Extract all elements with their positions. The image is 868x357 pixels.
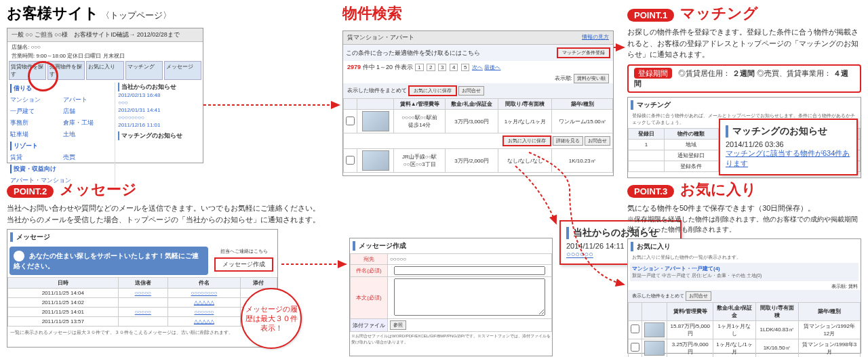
history-circle-callout: メッセージの履歴は最大３０件表示！ — [241, 288, 302, 349]
point-badge: POINT.2 — [7, 185, 54, 198]
th: 敷金/礼金/保証金 — [446, 99, 498, 110]
th: 物件の種類 — [664, 128, 718, 139]
nav-item[interactable]: 売買物件を探す — [47, 61, 85, 80]
cell: 3万円/3,000円 — [446, 110, 498, 133]
cell: ○○○○駅○○駅前徒歩14分 — [394, 110, 446, 133]
cat-link[interactable]: 駐車場 — [9, 129, 62, 140]
th: 日時 — [8, 278, 119, 289]
th: 賃料/管理費等 — [667, 302, 713, 320]
inquiry-all-btn[interactable]: お問合せ — [458, 86, 484, 96]
message-table: 日時 送信者 件名 添付 2011/11/25 14:04○○○○○○○○○○○… — [7, 277, 277, 327]
sort[interactable]: 表示順: 賃料 — [831, 284, 858, 289]
period-val: ２週間 — [732, 69, 755, 77]
cat-link[interactable]: 事務所 — [9, 117, 62, 129]
period-label: 登録期間 — [634, 68, 672, 79]
page-btn[interactable]: 2 — [427, 64, 435, 71]
point-title: メッセージ — [60, 181, 137, 198]
period-text: ◎売買、賃貸事業用： — [757, 69, 831, 77]
fav-btn[interactable]: お気に入りに保存 — [502, 135, 551, 146]
bulk-text: 表示した物件をまとめて — [632, 293, 684, 298]
row-checkbox[interactable] — [346, 156, 355, 165]
row-checkbox[interactable] — [346, 117, 355, 125]
matching-register-btn[interactable]: マッチング条件登録 — [557, 47, 610, 58]
table-row[interactable]: 3.25万円/9,000円1ヶ月/なし/1ヶ月1K/16.50㎡賃マンション/1… — [629, 339, 861, 357]
nav-item[interactable]: メッセージ — [164, 61, 201, 80]
sort-select[interactable]: 賃料が安い順 — [574, 74, 609, 83]
page-btn[interactable]: 4 — [450, 64, 458, 71]
table-row[interactable]: 2011/11/25 14:01○○○○○○○○○○○ — [8, 308, 277, 317]
pager: 1 2 3 4 5 — [414, 64, 472, 70]
point-header: POINT.3 お気に入り — [627, 180, 861, 200]
cell: なし/なし/なし — [498, 149, 552, 173]
row-checkbox[interactable] — [631, 324, 639, 333]
th: 添付 — [240, 278, 277, 289]
next-link[interactable]: 次へ — [472, 64, 483, 70]
point-title: お気に入り — [680, 181, 757, 198]
inquiry-btn[interactable]: お問合せ — [686, 291, 711, 301]
compose-btn[interactable]: メッセージ作成 — [214, 257, 273, 272]
detail-btn[interactable]: 詳細を見る — [553, 136, 583, 146]
last-link[interactable]: 最後へ — [484, 64, 500, 70]
point-desc: お探しの物件条件を登録できます。登録した条件に合う物件が掲載されると、お客様の登… — [627, 26, 861, 60]
cat-link[interactable]: アパート — [62, 94, 115, 106]
cat-link[interactable]: 一戸建て — [9, 106, 62, 117]
callout-link[interactable]: マッチングに該当する物件が634件あります — [726, 148, 851, 169]
panel-header: 一般 ○○ ご担当 ○○様 お客様サイトID確認→ 2012/02/28まで — [7, 28, 203, 42]
title-row: お客様サイト 〈トップページ〉 — [7, 3, 203, 24]
cat-link[interactable]: 売買 — [62, 152, 115, 163]
compose-form: 宛先○○○○○ 件名(必須) 本文(必須) 添付ファイル参照 — [350, 253, 552, 332]
news-text[interactable]: ○○○○○○○○ — [118, 114, 201, 121]
th: 送信者 — [118, 278, 167, 289]
panel-header: 賃マンション・アパート 情報の見方 — [343, 31, 613, 45]
point-badge: POINT.3 — [627, 185, 674, 198]
file-btn[interactable]: 参照 — [390, 320, 406, 330]
th: 間取り/専有面積 — [498, 99, 552, 110]
result-count: 2979 件中 1～20 件表示 1 2 3 4 5 次へ 最後へ — [347, 63, 500, 72]
nav-item[interactable]: 賃貸物件を探す — [9, 61, 46, 80]
thumb — [644, 322, 665, 337]
cell: 地域 — [664, 139, 718, 150]
msg-banner: あなたの住まい探しをサポートいたします！気軽にご連絡ください。 — [9, 247, 208, 275]
property-row[interactable]: JR山手線○○駅○○区○○3丁目 3万円/2,000円 なし/なし/なし 1K/… — [344, 149, 613, 173]
property-thumb — [362, 150, 389, 171]
table-row[interactable]: 2011/11/25 14:04○○○○○○○○○○○○○ — [8, 289, 277, 298]
page-btn[interactable]: 3 — [438, 64, 446, 71]
fav-all-btn[interactable]: お気に入りに保存 — [408, 85, 457, 96]
compose-label: 担当へご連絡はこちら — [212, 248, 276, 255]
match-text: この条件に合った最適物件を受け取るにはこちら — [346, 49, 480, 58]
subject-input[interactable] — [394, 266, 545, 275]
page-btn[interactable]: 5 — [461, 64, 469, 71]
inquiry-btn[interactable]: お問合せ — [585, 136, 610, 146]
point-desc: 気になる物件を50件まで保存できます（30日間保存）。 — [627, 203, 861, 214]
store-info: 店舗名: ○○○ — [7, 42, 203, 52]
table-row[interactable]: 2011/11/25 14:02△△△△△ — [8, 298, 277, 308]
panel-title: お気に入り — [631, 242, 858, 251]
body-textarea[interactable] — [394, 278, 545, 316]
th: 築年/種別 — [798, 302, 860, 320]
cat-link[interactable]: 店舗 — [62, 106, 115, 117]
house-icon — [14, 251, 24, 261]
panel-title: マッチング — [631, 100, 858, 110]
table-row[interactable]: 2011/11/25 13:57△△△△△ — [8, 317, 277, 327]
table-row[interactable]: 15.87万円/5,000円1ヶ月1ヶ月なし1LDK/40.83㎡賃マンション/… — [629, 320, 861, 339]
field-label: 本文(必須) — [351, 277, 388, 319]
thumb — [644, 341, 665, 356]
cat-link[interactable]: 土地 — [62, 129, 115, 140]
page-btn[interactable]: 1 — [415, 64, 423, 71]
point-desc: 当社へお問い合わせや質問などのメールを送信できます。いつでもお気軽にご連絡くださ… — [7, 203, 339, 214]
cat-link[interactable]: 倉庫・工場 — [62, 117, 115, 129]
cat-link[interactable]: マンション — [9, 94, 62, 106]
row-checkbox[interactable] — [631, 343, 639, 352]
title-sub: 〈トップページ〉 — [101, 10, 172, 20]
news-text[interactable]: ○○○ — [118, 99, 201, 106]
cell: 通知登録日 — [664, 150, 718, 161]
nav-item[interactable]: マッチング — [125, 61, 163, 80]
property-table: 賃料▲/管理費等 敷金/礼金/保証金 間取り/専有面積 築年/種別 ○○○○駅○… — [343, 98, 613, 173]
fav-list-title[interactable]: マンション・アパート・一戸建て(4) — [632, 265, 856, 272]
cat-link[interactable]: 賃貸 — [9, 152, 62, 163]
nav-item[interactable]: お気に入り — [86, 61, 123, 80]
point-desc2: ※保存期限を経過した物件は削除されます。他のお客様での成約や掲載期間満了となった… — [627, 214, 861, 234]
info-link[interactable]: 情報の見方 — [582, 33, 609, 42]
property-row[interactable]: ○○○○駅○○駅前徒歩14分 3万円/3,000円 1ヶ月/なし/1ヶ月 ワンル… — [344, 110, 613, 133]
field-label: 件名(必須) — [351, 265, 388, 277]
